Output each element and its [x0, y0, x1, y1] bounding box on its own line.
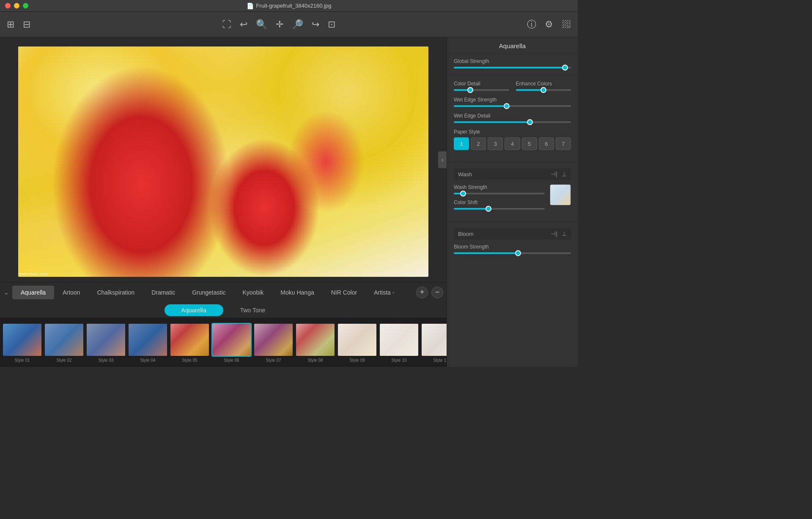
global-strength-slider[interactable] [454, 67, 571, 68]
filter-tab-artoon[interactable]: Artoon [54, 286, 88, 299]
remove-filter-button[interactable]: − [431, 287, 443, 298]
bloom-icon-2[interactable]: ⊥ [562, 230, 567, 237]
filter-tab-kyoobik[interactable]: Kyoobik [234, 286, 272, 299]
filter-tabs: ⌄ Aquarella Artoon Chalkspiration Dramat… [0, 282, 447, 302]
bloom-row: Bloom ⊣| ⊥ [454, 228, 571, 240]
color-shift-slider[interactable] [454, 208, 545, 210]
zoom-in-icon[interactable]: 🔍 [256, 19, 267, 30]
share-icon[interactable]: ⛆ [562, 19, 571, 30]
right-panel: Aquarella Global Strength Color Detail [447, 37, 578, 367]
wash-color-swatch[interactable] [550, 184, 571, 205]
thumbnail-style-02[interactable]: Style 02 [44, 323, 84, 363]
paper-btn-6[interactable]: 6 [539, 137, 554, 150]
color-enhance-section: Color Detail Enhance Colors Wet Edge Str… [447, 76, 578, 160]
enhance-colors-label: Enhance Colors [516, 81, 571, 87]
enhance-colors-col: Enhance Colors [516, 81, 571, 91]
bloom-icons: ⊣| ⊥ [551, 230, 567, 237]
filter-tab-grungetastic[interactable]: Grungetastic [184, 286, 234, 299]
bloom-strength-slider[interactable] [454, 252, 571, 254]
filter-tab-actions: + − [416, 287, 443, 298]
wet-edge-strength-slider[interactable] [454, 105, 571, 107]
style-subtab-aquarella[interactable]: Aquarella [165, 304, 223, 316]
thumbnail-style-01[interactable]: Style 01 [2, 323, 42, 363]
wash-row: Wash ⊣| ⊥ [454, 168, 571, 180]
color-shift-label: Color Shift [454, 199, 545, 205]
toolbar-left: ⊞ ⊟ [7, 19, 30, 30]
thumbnail-style-06[interactable]: Style 06 [211, 323, 252, 363]
canvas-image: www.MacZ.com [18, 46, 428, 277]
wet-edge-detail-slider[interactable] [454, 121, 571, 123]
rotate-right-icon[interactable]: ↪ [312, 19, 319, 30]
titlebar-title: 📄 Fruit-grapefruit_3840x2160.jpg [247, 3, 332, 9]
filter-tab-chalkspiration[interactable]: Chalkspiration [88, 286, 143, 299]
wet-edge-detail-label: Wet Edge Detail [454, 113, 571, 119]
filter-tab-aquarella[interactable]: Aquarella [12, 286, 54, 299]
thumbnails-area: Style 01 Style 02 Style 03 Style 04 Styl… [0, 318, 447, 367]
thumbnail-style-07[interactable]: Style 07 [253, 323, 294, 363]
settings-icon[interactable]: ⚙ [545, 19, 553, 30]
filter-tabs-left-arrow[interactable]: ⌄ [3, 288, 9, 296]
paper-btn-4[interactable]: 4 [505, 137, 520, 150]
thumbnail-style-09[interactable]: Style 09 [337, 323, 377, 363]
wash-icon-2[interactable]: ⊥ [562, 171, 567, 178]
style-subtabs: Aquarella Two Tone [0, 302, 447, 318]
wash-strength-slider[interactable] [454, 193, 545, 194]
titlebar: 📄 Fruit-grapefruit_3840x2160.jpg [0, 0, 578, 12]
open-file-icon[interactable]: ⊞ [7, 19, 14, 30]
filter-tab-artista[interactable]: Artista - [365, 286, 403, 299]
panel-toggle-arrow[interactable]: › [438, 151, 447, 168]
wash-icons: ⊣| ⊥ [551, 171, 567, 178]
filter-tab-dramatic[interactable]: Dramatic [143, 286, 184, 299]
info-icon[interactable]: ⓘ [527, 18, 536, 31]
bloom-label: Bloom [458, 231, 474, 237]
panel-title: Aquarella [447, 37, 578, 54]
crop-icon[interactable]: ⛶ [222, 19, 231, 30]
thumbnail-style-05[interactable]: Style 05 [170, 323, 210, 363]
thumbnail-style-08[interactable]: Style 08 [295, 323, 335, 363]
titlebar-buttons [5, 3, 28, 8]
paper-btn-5[interactable]: 5 [522, 137, 537, 150]
filter-tab-moku-hanga[interactable]: Moku Hanga [272, 286, 322, 299]
canvas-container: www.MacZ.com › [0, 37, 447, 282]
toolbar: ⊞ ⊟ ⛶ ↩ 🔍 ✛ 🔎 ↪ ⊡ ⓘ ⚙ ⛆ [0, 12, 578, 37]
enhance-colors-slider[interactable] [516, 89, 571, 91]
close-button[interactable] [5, 3, 11, 8]
paper-btn-7[interactable]: 7 [556, 137, 571, 150]
color-detail-label: Color Detail [454, 81, 509, 87]
pan-icon[interactable]: ✛ [276, 19, 283, 30]
style-subtab-two-tone[interactable]: Two Tone [223, 304, 283, 316]
paper-btn-1[interactable]: 1 [454, 137, 469, 150]
minimize-button[interactable] [14, 3, 19, 8]
canvas-area: www.MacZ.com › ⌄ Aquarella Artoon Chalks… [0, 37, 447, 367]
global-strength-label: Global Strength [454, 58, 571, 64]
file-icon: 📄 [247, 3, 254, 9]
color-enhance-row: Color Detail Enhance Colors [454, 81, 571, 91]
wash-sliders: Wash Strength Color Shift [454, 184, 545, 210]
toolbar-center: ⛶ ↩ 🔍 ✛ 🔎 ↪ ⊡ [222, 19, 335, 30]
global-strength-section: Global Strength [447, 54, 578, 73]
wash-section: Wash ⊣| ⊥ Wash Strength Color Shift [447, 164, 578, 220]
wash-strength-row: Wash Strength Color Shift [454, 184, 571, 210]
thumbnail-style-10[interactable]: Style 10 [379, 323, 419, 363]
toolbar-right: ⓘ ⚙ ⛆ [527, 18, 571, 31]
rotate-left-icon[interactable]: ↩ [240, 19, 247, 30]
thumbnail-style-03[interactable]: Style 03 [86, 323, 126, 363]
filter-tab-nir-color[interactable]: NIR Color [323, 286, 365, 299]
export-icon[interactable]: ⊟ [23, 19, 30, 30]
add-filter-button[interactable]: + [416, 287, 428, 298]
zoom-out-icon[interactable]: 🔎 [292, 19, 303, 30]
fit-icon[interactable]: ⊡ [328, 19, 335, 30]
main-area: www.MacZ.com › ⌄ Aquarella Artoon Chalks… [0, 37, 578, 367]
thumbnail-style-04[interactable]: Style 04 [128, 323, 168, 363]
bloom-strength-label: Bloom Strength [454, 244, 571, 250]
bloom-icon-1[interactable]: ⊣| [551, 230, 557, 237]
wash-label: Wash [458, 171, 472, 178]
file-title: Fruit-grapefruit_3840x2160.jpg [256, 3, 332, 9]
paper-btn-3[interactable]: 3 [488, 137, 503, 150]
paper-btn-2[interactable]: 2 [471, 137, 486, 150]
color-detail-slider[interactable] [454, 89, 509, 91]
wash-icon-1[interactable]: ⊣| [551, 171, 557, 178]
thumbnail-style-11[interactable]: Style 11 [421, 323, 447, 363]
maximize-button[interactable] [23, 3, 28, 8]
wet-edge-strength-label: Wet Edge Strength [454, 97, 571, 103]
